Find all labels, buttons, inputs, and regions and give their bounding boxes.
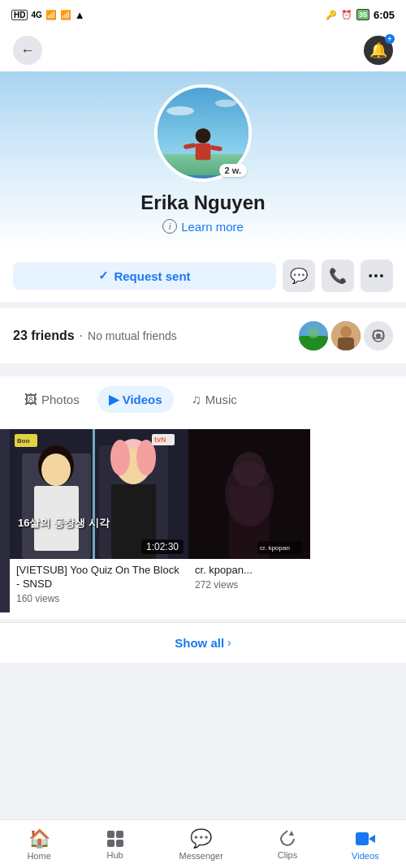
video-thumbnail-image-2: cr. kpopan [188,429,310,559]
svg-point-2 [215,100,236,107]
friends-section: 23 friends · No mutual friends [0,308,406,363]
svg-text:Boo: Boo [17,437,30,445]
videos-nav-label: Videos [352,851,378,861]
request-sent-label: Request sent [114,269,190,283]
section-divider-1 [0,302,406,308]
svg-text:tvN: tvN [154,436,166,444]
bottom-nav: 🏠 Home Hub 💬 Messenger Clips Videos [0,819,406,868]
signal-bars-1: 📶 [45,10,57,20]
nav-messenger[interactable]: 💬 Messenger [169,823,232,866]
more-options-button[interactable]: ••• [361,260,393,292]
section-divider-2 [0,363,406,370]
video-info-1: [VIETSUB] Yoo Quiz On The Block - SNSD 1… [10,559,188,612]
svg-point-22 [41,453,71,486]
photos-tab-icon: 🖼 [24,393,37,407]
video-card-2[interactable]: cr. kpopan cr. kpopan... 272 views [188,429,310,612]
avatar-container: 2 w. [154,84,252,182]
photos-tab-label: Photos [41,393,80,406]
videos-tab-label: Videos [123,393,162,406]
notification-button[interactable]: 🔔 + [364,36,393,65]
svg-point-12 [340,326,352,337]
svg-rect-42 [107,831,114,838]
home-icon: 🏠 [28,828,50,849]
video-views-2: 272 views [195,579,304,591]
info-icon: i [162,219,177,234]
video-info-2: cr. kpopan... 272 views [188,559,310,599]
svg-rect-24 [93,429,95,559]
battery-icon: 35 [356,9,369,20]
time-display: 6:05 [374,9,395,21]
svg-marker-47 [369,835,375,843]
video-card-1[interactable]: 16살의 동창생 시각 tvN Boo 1:02:30 [VIETSUB] Yo… [10,429,188,612]
profile-header: 2 w. Erika Nguyen i Learn more [0,71,406,250]
hub-label: Hub [107,850,123,860]
status-right: 🔑 ⏰ 35 6:05 [326,9,395,21]
add-photo-button[interactable] [364,321,393,350]
nav-videos[interactable]: Videos [342,823,388,866]
videos-tab-icon: ▶ [109,392,119,407]
message-icon: 💬 [290,267,308,285]
tab-photos[interactable]: 🖼 Photos [13,387,91,413]
svg-rect-44 [107,840,114,847]
friends-info: 23 friends · No mutual friends [13,329,177,343]
nav-clips[interactable]: Clips [268,824,307,865]
friends-separator: · [80,329,83,343]
hub-icon [106,829,125,849]
signal-bars-2: 📶 [60,10,71,20]
friend-avatar-2 [331,321,361,350]
message-button[interactable]: 💬 [283,260,315,292]
top-nav: ← 🔔 + [0,29,406,71]
messenger-label: Messenger [179,851,222,861]
learn-more-row[interactable]: i Learn more [162,219,244,234]
svg-text:16살의 동창생 시각: 16살의 동창생 시각 [18,517,110,529]
videos-section: 16살의 동창생 시각 tvN Boo 1:02:30 [VIETSUB] Yo… [0,423,406,619]
wifi-icon: ▲ [75,9,85,21]
clips-icon [278,829,297,849]
svg-rect-43 [116,831,123,838]
svg-point-39 [225,462,274,526]
svg-text:cr. kpopan: cr. kpopan [260,544,290,552]
activity-time-badge: 2 w. [219,164,247,177]
show-all-label: Show all [175,636,224,650]
video-thumb-1: 16살의 동창생 시각 tvN Boo 1:02:30 [10,429,188,559]
tab-music[interactable]: ♫ Music [180,387,248,413]
request-sent-button[interactable]: ✓ Request sent [13,262,276,290]
checkmark-icon: ✓ [98,269,109,283]
video-views-1: 160 views [16,593,182,604]
video-thumb-2: cr. kpopan [188,429,310,559]
svg-point-1 [166,106,194,115]
svg-point-10 [308,327,319,338]
notification-add-badge: + [385,34,395,44]
hd-badge: HD [11,10,28,20]
svg-rect-5 [196,144,211,161]
svg-point-4 [196,128,211,144]
ellipsis-icon: ••• [369,269,386,282]
phone-icon: 📞 [329,267,347,285]
svg-point-28 [110,440,130,475]
messenger-icon: 💬 [190,828,212,849]
nav-home[interactable]: 🏠 Home [17,823,60,866]
home-label: Home [27,851,50,861]
video-duration-1: 1:02:30 [141,539,184,554]
svg-rect-13 [338,337,354,350]
nav-hub[interactable]: Hub [96,824,135,865]
media-tabs: 🖼 Photos ▶ Videos ♫ Music [0,376,406,423]
videos-nav-icon [355,828,376,849]
music-tab-icon: ♫ [192,393,201,407]
show-all-row[interactable]: Show all › [0,622,406,663]
status-bar: HD 4G 📶 📶 ▲ 🔑 ⏰ 35 6:05 [0,0,406,29]
mutual-friends-text: No mutual friends [88,329,177,342]
svg-point-16 [376,333,381,338]
video-card-partial-left [0,429,10,612]
music-tab-label: Music [205,393,237,406]
call-button[interactable]: 📞 [322,260,354,292]
chevron-right-icon: › [227,636,231,649]
profile-name: Erika Nguyen [140,191,265,214]
learn-more-link[interactable]: Learn more [181,220,244,234]
friend-avatar-1 [299,321,328,350]
friends-count: 23 friends [13,329,75,343]
back-button[interactable]: ← [13,36,42,65]
action-buttons-row: ✓ Request sent 💬 📞 ••• [0,250,406,302]
tab-videos[interactable]: ▶ Videos [97,386,174,413]
svg-rect-46 [356,832,369,845]
